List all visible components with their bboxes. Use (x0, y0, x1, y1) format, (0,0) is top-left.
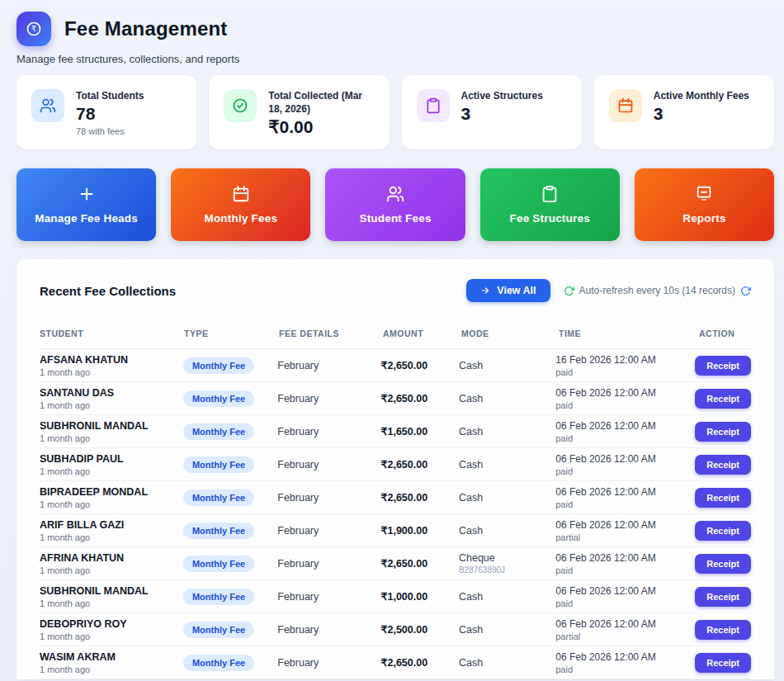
amount: ₹1,650.00 (381, 425, 459, 437)
amount: ₹1,000.00 (381, 590, 459, 603)
student-ago: 1 month ago (40, 367, 183, 377)
payment-mode: Cash (459, 591, 555, 603)
receipt-button[interactable]: Receipt (695, 356, 751, 376)
student-name: SUBHADIP PAUL (40, 453, 183, 465)
manage-fee-heads-button[interactable]: Manage Fee Heads (17, 168, 156, 241)
receipt-button[interactable]: Receipt (695, 422, 751, 442)
check-circle-icon (224, 89, 257, 122)
table-row: BIPRADEEP MONDAL1 month ago Monthly Fee … (40, 481, 751, 514)
type-badge: Monthly Fee (183, 556, 254, 572)
payment-time: 06 Feb 2026 12:00 AM (555, 585, 695, 597)
payment-time: 06 Feb 2026 12:00 AM (555, 420, 695, 432)
table-row: SUBHRONIL MANDAL1 month ago Monthly Fee … (40, 415, 751, 448)
fee-details: February (277, 360, 380, 371)
amount: ₹2,650.00 (381, 359, 459, 371)
report-icon (695, 185, 713, 203)
receipt-button[interactable]: Receipt (695, 488, 751, 508)
student-name: AFSANA KHATUN (40, 354, 183, 366)
receipt-button[interactable]: Receipt (695, 653, 751, 673)
payment-status: paid (555, 433, 695, 443)
stat-cards: Total Students 78 78 with fees Total Col… (17, 75, 774, 149)
stat-label: Total Collected (Mar 18, 2026) (268, 89, 374, 116)
payment-status: paid (555, 466, 695, 476)
action-label: Student Fees (359, 212, 431, 225)
receipt-button[interactable]: Receipt (695, 587, 751, 607)
amount: ₹2,650.00 (381, 458, 459, 471)
amount: ₹2,650.00 (381, 557, 459, 570)
payment-mode: Cash (459, 360, 555, 371)
action-label: Monthly Fees (204, 212, 277, 225)
student-ago: 1 month ago (40, 466, 183, 476)
payment-mode: Cash (459, 525, 555, 537)
table-row: SUBHRONIL MANDAL1 month ago Monthly Fee … (40, 580, 751, 613)
column-header-action: ACTION (699, 329, 751, 338)
receipt-button[interactable]: Receipt (695, 554, 751, 574)
column-header-mode: MODE (461, 329, 559, 338)
reports-button[interactable]: Reports (635, 168, 774, 241)
payment-time: 06 Feb 2026 12:00 AM (555, 552, 695, 564)
type-badge: Monthly Fee (183, 423, 254, 440)
student-ago: 1 month ago (40, 598, 183, 608)
column-header-time: TIME (559, 329, 699, 338)
student-name: WASIM AKRAM (40, 651, 183, 663)
payment-time: 06 Feb 2026 12:00 AM (555, 486, 695, 498)
plus-icon (78, 185, 96, 203)
payment-mode: Cash (459, 657, 555, 669)
payment-status: partial (555, 532, 695, 542)
stat-value: 3 (654, 104, 749, 124)
amount: ₹2,650.00 (381, 656, 459, 669)
student-ago: 1 month ago (40, 631, 183, 641)
svg-text:₹: ₹ (31, 24, 36, 33)
student-ago: 1 month ago (40, 565, 183, 575)
stat-value: ₹0.00 (268, 117, 374, 137)
payment-status: partial (555, 631, 695, 641)
receipt-button[interactable]: Receipt (695, 455, 751, 475)
action-label: Fee Structures (510, 212, 590, 225)
payment-time: 16 Feb 2026 12:00 AM (555, 354, 695, 366)
clipboard-icon (417, 89, 450, 122)
receipt-button[interactable]: Receipt (695, 620, 751, 640)
page-subtitle: Manage fee structures, collections, and … (17, 53, 774, 65)
payment-mode: Cash (459, 624, 555, 636)
refresh-icon[interactable] (740, 286, 751, 296)
payment-status: paid (555, 565, 695, 575)
payment-time: 06 Feb 2026 12:00 AM (555, 519, 695, 531)
payment-mode: Cheque (459, 552, 555, 564)
section-title: Recent Fee Collections (40, 284, 176, 298)
stat-label: Active Monthly Fees (654, 89, 749, 102)
payment-status: paid (555, 367, 695, 377)
type-badge: Monthly Fee (183, 456, 254, 473)
receipt-button[interactable]: Receipt (695, 521, 751, 541)
table-row: AFSANA KHATUN1 month ago Monthly Fee Feb… (40, 349, 751, 382)
fee-management-page: ₹ Fee Management Manage fee structures, … (0, 0, 784, 679)
table-row: AFRINA KHATUN1 month ago Monthly Fee Feb… (40, 547, 751, 580)
payment-status: paid (555, 400, 695, 410)
payment-status: paid (555, 499, 695, 509)
type-badge: Monthly Fee (183, 357, 254, 374)
payment-mode: Cash (459, 393, 555, 404)
fee-structures-button[interactable]: Fee Structures (480, 168, 620, 241)
payment-time: 06 Feb 2026 12:00 AM (555, 453, 695, 465)
monthly-fees-button[interactable]: Monthly Fees (171, 168, 310, 241)
table-row: WASIM AKRAM1 month ago Monthly Fee Febru… (40, 646, 751, 679)
auto-refresh-status: Auto-refresh every 10s (14 records) (564, 285, 751, 296)
student-fees-button[interactable]: Student Fees (325, 168, 465, 241)
student-ago: 1 month ago (40, 433, 183, 443)
calendar-icon (609, 89, 642, 122)
receipt-button[interactable]: Receipt (695, 389, 751, 409)
fee-details: February (277, 459, 380, 471)
view-all-button[interactable]: View All (466, 279, 550, 302)
recent-fee-collections-section: Recent Fee Collections View All (17, 259, 774, 679)
type-badge: Monthly Fee (183, 523, 254, 539)
payment-mode: Cash (459, 459, 555, 471)
stat-card-total-students: Total Students 78 78 with fees (17, 75, 196, 149)
amount: ₹2,650.00 (381, 491, 459, 504)
view-all-label: View All (497, 285, 536, 296)
column-header-amount: AMOUNT (383, 329, 461, 338)
refresh-icon (564, 286, 574, 296)
table-row: SANTANU DAS1 month ago Monthly Fee Febru… (40, 382, 751, 415)
type-badge: Monthly Fee (183, 489, 254, 506)
stat-label: Active Structures (461, 89, 543, 102)
student-name: BIPRADEEP MONDAL (40, 486, 183, 498)
rupee-coin-icon: ₹ (17, 12, 51, 46)
